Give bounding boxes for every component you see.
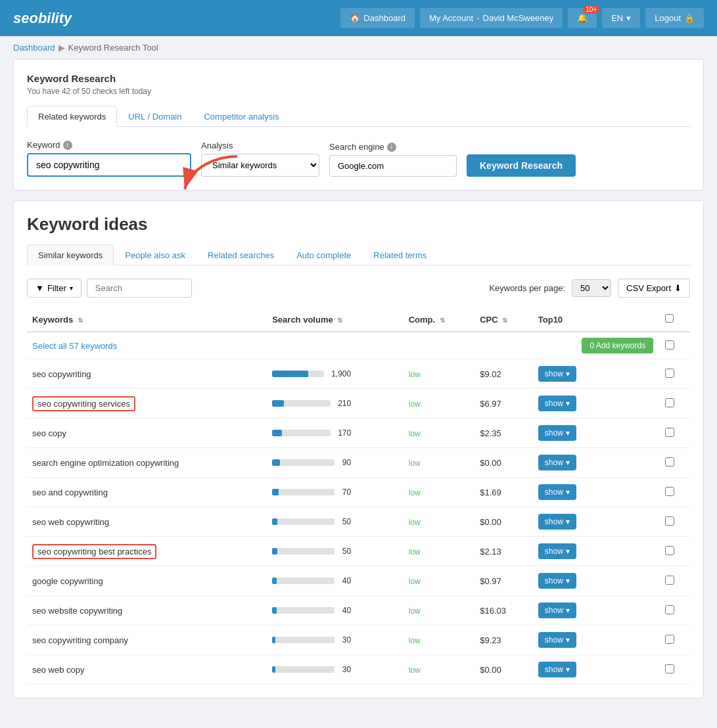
table-search-input[interactable]: [87, 279, 192, 298]
header: seobility 🏠 Dashboard My Account - David…: [0, 0, 717, 36]
cpc-cell: $9.23: [474, 626, 533, 655]
sort-icon-cpc: ⇅: [502, 317, 507, 324]
cpc-cell: $0.97: [474, 566, 533, 596]
dashboard-button[interactable]: 🏠 Dashboard: [340, 8, 415, 28]
cpc-cell: $0.00: [474, 507, 533, 537]
account-separator: -: [476, 13, 479, 23]
sort-icon-comp: ⇅: [440, 317, 445, 324]
search-engine-info-icon[interactable]: i: [387, 143, 396, 152]
table-row: seo copywriting 1,900 low $9.02 show ▾: [27, 359, 690, 389]
per-page-select[interactable]: 10 25 50 100: [572, 279, 611, 297]
chevron-icon: ▾: [566, 399, 570, 408]
chevron-icon: ▾: [566, 635, 570, 645]
select-all-row: Select all 57 keywords 0 Add keywords: [27, 332, 690, 359]
cpc-cell: $0.00: [474, 655, 533, 685]
select-all-row-checkbox[interactable]: [665, 340, 674, 350]
comp-cell: low: [404, 596, 474, 626]
row-checkbox[interactable]: [665, 457, 674, 466]
tab-related-searches[interactable]: Related searches: [197, 244, 285, 265]
main-content: Keyword Research You have 42 of 50 check…: [0, 59, 717, 721]
filter-chevron-icon: ▾: [70, 284, 73, 292]
logo: seobility: [13, 10, 72, 27]
show-button[interactable]: show ▾: [538, 396, 576, 411]
filter-icon: ▼: [35, 283, 44, 293]
cpc-cell: $6.97: [474, 389, 533, 419]
analysis-select[interactable]: Similar keywords Related keywords Broad …: [201, 154, 319, 177]
notifications-button[interactable]: 🔔 10+: [568, 8, 597, 28]
volume-cell: 210: [267, 389, 404, 419]
breadcrumb-home[interactable]: Dashboard: [13, 43, 55, 53]
col-comp[interactable]: Comp. ⇅: [404, 307, 474, 332]
show-button[interactable]: show ▾: [538, 632, 576, 648]
row-checkbox[interactable]: [665, 664, 674, 673]
chevron-icon: ▾: [566, 488, 570, 497]
table-row: seo copywriting best practices 50 low $2…: [27, 537, 690, 566]
show-button[interactable]: show ▾: [538, 573, 576, 589]
tab-related-terms[interactable]: Related terms: [362, 244, 438, 265]
row-checkbox[interactable]: [665, 398, 674, 407]
col-cpc[interactable]: CPC ⇅: [474, 307, 533, 332]
notifications-badge: 10+: [583, 5, 599, 14]
keyword-info-icon[interactable]: i: [63, 141, 72, 150]
csv-export-button[interactable]: CSV Export ⬇: [618, 279, 690, 298]
tab-auto-complete[interactable]: Auto complete: [285, 244, 362, 265]
tab-competitor-analysis[interactable]: Competitor analysis: [193, 106, 290, 127]
keyword-research-button[interactable]: Keyword Research: [467, 154, 576, 177]
chevron-icon: ▾: [566, 517, 570, 526]
filter-button[interactable]: ▼ Filter ▾: [27, 279, 81, 298]
card-subtitle: You have 42 of 50 checks left today: [27, 87, 690, 96]
row-checkbox[interactable]: [665, 516, 674, 526]
show-cell: show ▾: [533, 389, 660, 419]
row-checkbox[interactable]: [665, 635, 674, 644]
highlighted-keyword: seo copywriting services: [32, 396, 135, 411]
search-engine-input[interactable]: [329, 155, 457, 177]
volume-cell: 70: [267, 478, 404, 507]
select-all-checkbox[interactable]: [665, 314, 674, 323]
add-keywords-button[interactable]: 0 Add keywords: [582, 338, 653, 353]
row-checkbox[interactable]: [665, 369, 674, 378]
row-checkbox[interactable]: [665, 576, 674, 585]
ideas-tabs: Similar keywords People also ask Related…: [27, 244, 690, 265]
tab-similar-keywords[interactable]: Similar keywords: [27, 244, 114, 265]
keyword-group: Keyword i: [27, 140, 191, 177]
toolbar-left: ▼ Filter ▾: [27, 279, 192, 298]
show-button[interactable]: show ▾: [538, 425, 576, 441]
tab-related-keywords[interactable]: Related keywords: [27, 106, 117, 127]
tab-url-domain[interactable]: URL / Domain: [117, 106, 193, 127]
keyword-input[interactable]: [27, 153, 191, 177]
comp-cell: low: [404, 389, 474, 419]
keyword-cell: seo and copywriting: [27, 478, 267, 507]
col-keywords[interactable]: Keywords ⇅: [27, 307, 267, 332]
show-button[interactable]: show ▾: [538, 455, 576, 470]
my-account-button[interactable]: My Account - David McSweeney: [420, 8, 563, 28]
lock-icon: 🔒: [684, 13, 695, 23]
show-button[interactable]: show ▾: [538, 366, 576, 382]
col-search-volume[interactable]: Search volume ⇅: [267, 307, 404, 332]
show-button[interactable]: show ▾: [538, 543, 576, 559]
show-button[interactable]: show ▾: [538, 514, 576, 530]
show-cell: show ▾: [533, 419, 660, 448]
language-button[interactable]: EN ▾: [602, 8, 640, 28]
chevron-icon: ▾: [566, 428, 570, 438]
row-checkbox[interactable]: [665, 487, 674, 496]
sort-icon-volume: ⇅: [337, 317, 342, 324]
table-row: seo website copywriting 40 low $16.03 sh…: [27, 596, 690, 626]
show-button[interactable]: show ▾: [538, 484, 576, 500]
volume-cell: 40: [267, 566, 404, 596]
select-all-link[interactable]: Select all 57 keywords: [32, 341, 117, 351]
download-icon: ⬇: [674, 283, 682, 293]
tab-people-also-ask[interactable]: People also ask: [114, 244, 197, 265]
col-checkbox-header[interactable]: [660, 307, 690, 332]
show-button[interactable]: show ▾: [538, 662, 576, 677]
row-checkbox[interactable]: [665, 546, 674, 555]
chevron-icon: ▾: [566, 369, 570, 378]
row-checkbox[interactable]: [665, 605, 674, 614]
volume-cell: 1,900: [267, 359, 404, 389]
row-checkbox[interactable]: [665, 428, 674, 437]
logout-button[interactable]: Logout 🔒: [645, 8, 704, 28]
breadcrumb-separator: ▶: [58, 43, 65, 53]
show-cell: show ▾: [533, 507, 660, 537]
show-button[interactable]: show ▾: [538, 603, 576, 618]
search-engine-label: Search engine i: [329, 142, 457, 152]
col-top10: Top10: [533, 307, 660, 332]
